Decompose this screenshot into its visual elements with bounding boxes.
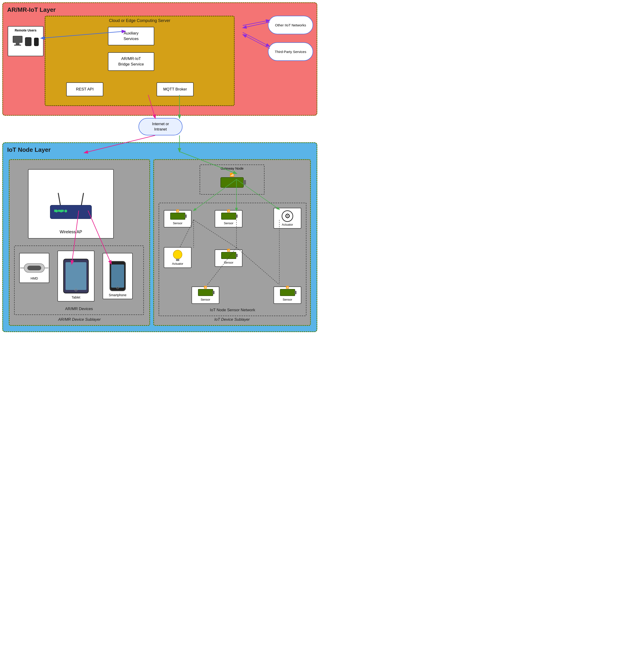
ar-mr-sublayer-label: AR/MR Device Sublayer <box>10 317 150 322</box>
sensor-node-3: 📶 Sensor <box>215 249 243 267</box>
rest-api-label: REST API <box>76 87 93 92</box>
bridge-service-label: AR/MR-IoTBridge Service <box>118 56 144 67</box>
smartphone-device-box: Smartphone <box>103 253 133 299</box>
third-party-cloud: Third-Party Services <box>268 42 313 61</box>
hmd-band-right <box>44 268 48 268</box>
cloud-server-label: Cloud or Edge Computing Server <box>109 18 170 23</box>
hmd-device-box: HMD <box>19 253 49 283</box>
sensor-node-1: 📶 Sensor <box>164 210 192 227</box>
sensor-2-label: Sensor <box>224 222 233 225</box>
sensor-board-2: 📶 <box>221 213 236 220</box>
sensor-board-5: 📶 <box>280 289 295 296</box>
hmd-label: HMD <box>30 277 38 280</box>
remote-users-box: Remote Users <box>8 26 43 56</box>
iot-sensor-network-label: IoT Node Sensor Network <box>159 308 306 312</box>
tablet-screen <box>66 262 86 290</box>
sensor-1-label: Sensor <box>173 222 182 225</box>
smartphone-label: Smartphone <box>109 293 127 297</box>
sensor-board-body-2 <box>221 213 236 220</box>
ar-mr-devices-box: AR/MR Devices HMD Tablet <box>14 246 144 315</box>
sensor-board-body-4 <box>198 289 213 296</box>
sensor-conn-2 <box>236 214 237 218</box>
hmd-visor <box>27 266 41 270</box>
ar-mr-devices-label: AR/MR Devices <box>15 307 143 311</box>
auxiliary-services-label: AuxiliaryServices <box>124 30 139 42</box>
other-iiot-label: Other IIoT Networks <box>275 23 306 27</box>
sensor-conn-3 <box>236 254 237 257</box>
gateway-label: Gateway Node <box>200 167 264 170</box>
auxiliary-services-box: AuxiliaryServices <box>108 27 154 45</box>
router-led-3 <box>62 210 64 212</box>
actuator-light-visual <box>173 250 182 259</box>
iot-layer-label: IoT Node Layer <box>7 146 51 154</box>
sensor-board-body-5 <box>280 289 295 296</box>
sensor-node-2: 📶 Sensor <box>215 210 243 227</box>
phone-home-button <box>116 286 119 289</box>
ar-mr-layer-label: AR/MR-IoT Layer <box>7 6 55 13</box>
router-visual <box>48 189 94 219</box>
wireless-ap-box: Wireless AP <box>28 169 114 239</box>
sensor-node-4: 📶 Sensor <box>192 287 219 304</box>
tablet-device-box: Tablet <box>57 251 94 302</box>
sensor-4-label: Sensor <box>201 298 210 301</box>
actuator-2-label: Actuator <box>172 262 183 265</box>
mqtt-broker-label: MQTT Broker <box>163 87 187 92</box>
gateway-connector <box>243 180 246 185</box>
phone-screen <box>111 264 124 288</box>
router-led-1 <box>54 210 56 212</box>
gateway-node-box: Gateway Node 📶 <box>200 164 265 195</box>
gateway-board <box>220 177 244 188</box>
actuator-1-label: Actuator <box>282 223 293 226</box>
gateway-board-container: 📶 <box>220 177 244 188</box>
phone-visual <box>110 261 126 291</box>
router-antenna-left <box>58 193 61 206</box>
wireless-ap-label: Wireless AP <box>28 229 113 234</box>
sensor-node-5: 📶 Sensor <box>273 287 301 304</box>
router-led-2 <box>58 210 60 212</box>
internet-cloud: Internet orIntranet <box>139 118 182 135</box>
remote-users-label: Remote Users <box>15 28 36 32</box>
other-iiot-cloud: Other IIoT Networks <box>268 16 313 34</box>
sensor-board-body-3 <box>221 252 236 259</box>
internet-label: Internet orIntranet <box>152 121 169 132</box>
bridge-service-box: AR/MR-IoTBridge Service <box>108 52 154 71</box>
rest-api-box: REST API <box>66 82 103 96</box>
mqtt-broker-box: MQTT Broker <box>156 82 194 96</box>
iot-sensor-network-box: IoT Node Sensor Network 📶 Sensor 📶 <box>159 203 306 316</box>
sensor-conn-4 <box>213 291 215 294</box>
hmd-visual <box>24 263 45 273</box>
sensor-board-3: 📶 <box>221 252 236 259</box>
sensor-3-label: Sensor <box>224 261 233 264</box>
ar-mr-sublayer: AR/MR Device Sublayer Wireless AP AR/MR … <box>9 159 150 326</box>
main-diagram: AR/MR-IoT Layer Remote Users Cloud or Ed… <box>0 0 321 336</box>
sensor-board-4: 📶 <box>198 289 213 296</box>
sensor-5-label: Sensor <box>283 298 292 301</box>
actuator-fan-visual: ⚙ <box>282 210 293 222</box>
iot-sublayer-label: IoT Device Sublayer <box>154 317 310 322</box>
sensor-conn-1 <box>185 214 187 218</box>
hmd-band-left <box>20 268 24 268</box>
router-antenna-right <box>81 193 84 206</box>
tablet-label: Tablet <box>72 295 80 299</box>
third-party-label: Third-Party Services <box>275 50 306 54</box>
tablet-home-button <box>75 289 77 291</box>
sensor-board-body-1 <box>170 213 185 220</box>
ar-mr-layer: AR/MR-IoT Layer Remote Users Cloud or Ed… <box>2 2 317 116</box>
cloud-edge-server: Cloud or Edge Computing Server Auxiliary… <box>45 16 235 106</box>
iot-sublayer: IoT Device Sublayer Gateway Node 📶 IoT N… <box>153 159 311 326</box>
tablet-visual <box>63 259 89 293</box>
iot-layer: IoT Node Layer AR/MR Device Sublayer Wir… <box>2 142 317 332</box>
actuator-node-1: ⚙ Actuator <box>273 208 301 229</box>
actuator-node-2: Actuator <box>164 247 192 268</box>
sensor-board-1: 📶 <box>170 213 185 220</box>
router-body <box>50 205 92 219</box>
remote-users-icons <box>13 36 39 46</box>
sensor-conn-5 <box>295 291 296 294</box>
